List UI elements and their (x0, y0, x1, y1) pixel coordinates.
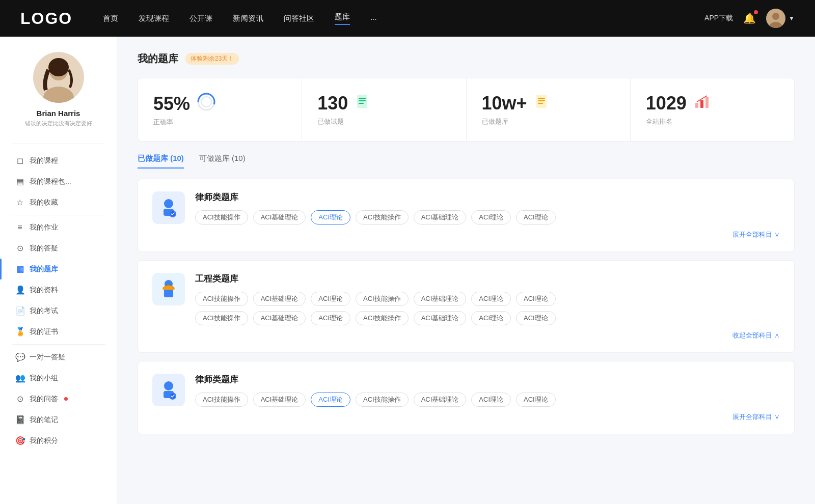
tag-eng2-1[interactable]: ACI基础理论 (253, 311, 306, 325)
tag-lawyer2-1[interactable]: ACI基础理论 (253, 393, 306, 407)
sidebar-item-collection[interactable]: ☆ 我的收藏 (0, 192, 117, 213)
chart-red-icon (694, 94, 710, 114)
qbank-icon-engineer (152, 273, 185, 305)
tag-lawyer2-0[interactable]: ACI技能操作 (195, 393, 248, 407)
tag-lawyer1-2[interactable]: ACI理论 (311, 210, 350, 225)
myqa-dot (64, 397, 68, 401)
sidebar-item-cert[interactable]: 🏅 我的证书 (0, 321, 117, 342)
tag-eng2-0[interactable]: ACI技能操作 (195, 311, 248, 325)
sidebar-item-myqa[interactable]: ⊙ 我的问答 (0, 388, 117, 409)
nav-discover[interactable]: 发现课程 (139, 14, 169, 23)
tag-eng-4[interactable]: ACI基础理论 (414, 292, 467, 306)
tag-eng-6[interactable]: ACI理论 (516, 292, 556, 306)
svg-rect-11 (359, 98, 366, 99)
svg-rect-16 (538, 100, 545, 101)
app-download-link[interactable]: APP下载 (704, 14, 733, 23)
nav-opencourse[interactable]: 公开课 (189, 14, 212, 23)
tag-lawyer2-3[interactable]: ACI技能操作 (356, 393, 409, 407)
expand-link-lawyer1[interactable]: 展开全部科目 ∨ (732, 231, 780, 238)
sidebar-item-group[interactable]: 👥 我的小组 (0, 368, 117, 388)
sidebar-item-profile[interactable]: 👤 我的资料 (0, 279, 117, 300)
tag-lawyer2-2[interactable]: ACI理论 (311, 393, 350, 407)
profile-icon: 👤 (15, 285, 24, 295)
user-avatar-menu[interactable]: ▼ (766, 9, 795, 28)
qbank-card-header-lawyer2: 律师类题库 ACI技能操作 ACI基础理论 ACI理论 ACI技能操作 ACI基… (152, 374, 780, 407)
exam-icon: 📄 (15, 306, 24, 316)
tag-eng2-6[interactable]: ACI理论 (516, 311, 556, 325)
sidebar-item-exam[interactable]: 📄 我的考试 (0, 300, 117, 321)
qbank-info-lawyer1: 律师类题库 ACI技能操作 ACI基础理论 ACI理论 ACI技能操作 ACI基… (195, 191, 780, 225)
sidebar-item-course[interactable]: ◻ 我的课程 (0, 150, 117, 171)
svg-point-28 (164, 381, 173, 390)
page-title: 我的题库 (138, 52, 178, 66)
sidebar-item-notes[interactable]: 📓 我的笔记 (0, 409, 117, 430)
stat-done-banks: 10w+ 已做题库 (467, 78, 631, 141)
tag-lawyer1-1[interactable]: ACI基础理论 (253, 210, 306, 225)
sidebar-item-1on1[interactable]: 💬 一对一答疑 (0, 347, 117, 368)
nav-more[interactable]: ··· (370, 14, 377, 23)
sidebar-divider2 (12, 215, 105, 215)
tag-lawyer1-0[interactable]: ACI技能操作 (195, 210, 248, 225)
svg-rect-26 (164, 289, 173, 297)
tag-lawyer1-6[interactable]: ACI理论 (516, 210, 556, 225)
notification-badge (754, 10, 758, 14)
sidebar-item-points[interactable]: 🎯 我的积分 (0, 430, 117, 451)
sidebar-label-course: 我的课程 (30, 156, 58, 165)
sidebar-item-coursepack[interactable]: ▤ 我的课程包... (0, 171, 117, 192)
sidebar-label-homework: 我的作业 (30, 223, 58, 232)
svg-rect-17 (538, 103, 543, 104)
qbank-info-lawyer2: 律师类题库 ACI技能操作 ACI基础理论 ACI理论 ACI技能操作 ACI基… (195, 374, 780, 407)
tag-lawyer1-3[interactable]: ACI技能操作 (356, 210, 409, 225)
nav-qbank[interactable]: 题库 (335, 12, 350, 25)
expand-link-engineer[interactable]: 收起全部科目 ∧ (732, 331, 780, 339)
qbank-icon-lawyer1 (152, 191, 185, 224)
tag-eng2-5[interactable]: ACI理论 (471, 311, 511, 325)
tag-lawyer2-6[interactable]: ACI理论 (516, 393, 556, 407)
tabs-bar: 已做题库 (10) 可做题库 (10) (138, 154, 795, 169)
tag-lawyer2-5[interactable]: ACI理论 (471, 393, 511, 407)
svg-rect-15 (538, 98, 545, 99)
group-icon: 👥 (15, 373, 24, 383)
trial-badge: 体验剩余23天！ (185, 53, 239, 65)
nav-news[interactable]: 新闻资讯 (233, 14, 263, 23)
profile-avatar (33, 52, 84, 103)
sidebar-item-homework[interactable]: ≡ 我的作业 (0, 217, 117, 238)
qbank-title-engineer: 工程类题库 (195, 273, 780, 285)
notification-bell[interactable]: 🔔 (743, 12, 756, 24)
chevron-down-icon: ▼ (789, 15, 795, 22)
tag-lawyer1-4[interactable]: ACI基础理论 (414, 210, 467, 225)
sidebar-item-qa[interactable]: ⊙ 我的答疑 (0, 238, 117, 259)
page-header: 我的题库 体验剩余23天！ (138, 52, 795, 66)
sidebar-divider3 (12, 344, 105, 345)
qbank-card-lawyer1: 律师类题库 ACI技能操作 ACI基础理论 ACI理论 ACI技能操作 ACI基… (138, 179, 795, 252)
tag-eng-0[interactable]: ACI技能操作 (195, 292, 248, 306)
tab-available-banks[interactable]: 可做题库 (10) (199, 154, 246, 169)
tag-eng-3[interactable]: ACI技能操作 (356, 292, 409, 306)
qbank-card-header-lawyer1: 律师类题库 ACI技能操作 ACI基础理论 ACI理论 ACI技能操作 ACI基… (152, 191, 780, 225)
tag-lawyer1-5[interactable]: ACI理论 (471, 210, 511, 225)
tag-eng2-2[interactable]: ACI理论 (311, 311, 350, 325)
stat-value-correct: 55% (153, 93, 190, 115)
nav-menu: 首页 发现课程 公开课 新闻资讯 问答社区 题库 ··· (103, 12, 704, 25)
tag-eng2-4[interactable]: ACI基础理论 (414, 311, 467, 325)
nav-home[interactable]: 首页 (103, 14, 118, 23)
tag-eng-5[interactable]: ACI理论 (471, 292, 511, 306)
qbank-card-header-engineer: 工程类题库 ACI技能操作 ACI基础理论 ACI理论 ACI技能操作 ACI基… (152, 273, 780, 306)
navbar-right: APP下载 🔔 ▼ (704, 9, 795, 28)
tab-done-banks[interactable]: 已做题库 (10) (138, 154, 184, 169)
stat-correct-rate: 55% 正确率 (138, 78, 302, 141)
expand-link-lawyer2[interactable]: 展开全部科目 ∨ (732, 413, 780, 421)
tag-eng-1[interactable]: ACI基础理论 (253, 292, 306, 306)
sidebar-item-qbank[interactable]: ▦ 我的题库 (0, 259, 117, 279)
tag-eng-2[interactable]: ACI理论 (311, 292, 350, 306)
tag-eng2-3[interactable]: ACI技能操作 (356, 311, 409, 325)
nav-qa[interactable]: 问答社区 (284, 14, 314, 23)
svg-point-9 (201, 97, 211, 107)
qbank-footer-lawyer2: 展开全部科目 ∨ (152, 412, 780, 422)
homework-icon: ≡ (15, 223, 24, 232)
qbank-card-lawyer2: 律师类题库 ACI技能操作 ACI基础理论 ACI理论 ACI技能操作 ACI基… (138, 361, 795, 434)
sidebar-profile: Brian Harris 错误的决定比没有决定要好 (15, 52, 102, 127)
logo[interactable]: LOGO (20, 9, 72, 28)
sidebar-divider (12, 144, 105, 144)
tag-lawyer2-4[interactable]: ACI基础理论 (414, 393, 467, 407)
